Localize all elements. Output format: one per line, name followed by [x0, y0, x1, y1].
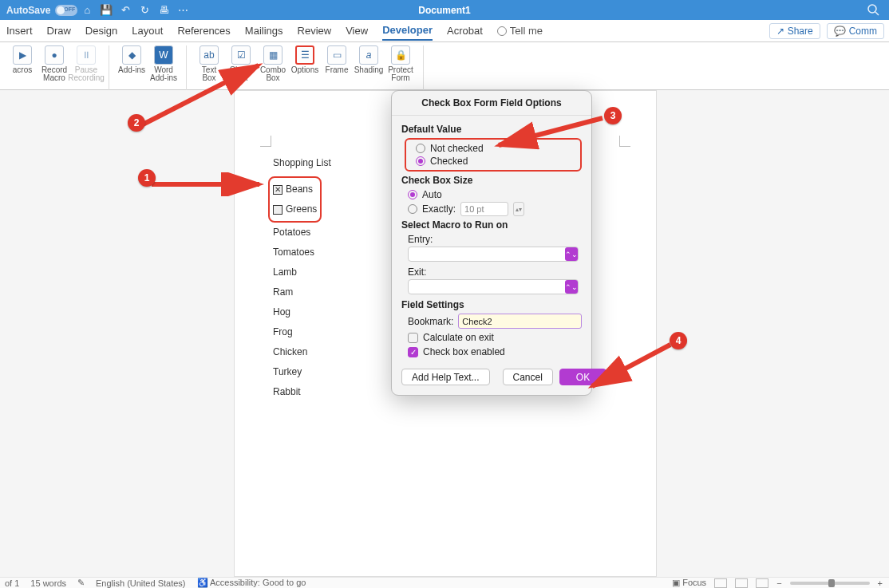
checkbox-icon[interactable]: [273, 205, 283, 215]
tab-draw[interactable]: Draw: [47, 22, 71, 40]
checkbox-enabled-checkbox[interactable]: ✓Check box enabled: [408, 346, 582, 357]
save-icon[interactable]: 💾: [100, 4, 113, 17]
exactly-label: Exactly:: [422, 203, 456, 215]
document-content[interactable]: Shopping List Beans Greens Potatoes Toma…: [273, 153, 331, 402]
cancel-button[interactable]: Cancel: [503, 369, 553, 385]
radio-icon: [408, 190, 417, 199]
record-macro-button[interactable]: ●Record Macro: [40, 45, 69, 90]
tab-insert[interactable]: Insert: [6, 22, 33, 40]
pause-recording-button: ⏸Pause Recording: [72, 45, 101, 90]
svg-line-4: [499, 118, 603, 145]
svg-line-3: [143, 65, 259, 124]
radio-icon: [408, 204, 417, 214]
svg-line-5: [592, 345, 670, 386]
checkbox-icon: [408, 333, 418, 343]
checkbox-icon: ✓: [408, 347, 418, 357]
size-pt-input[interactable]: 10 pt: [460, 202, 508, 216]
calc-on-exit-checkbox[interactable]: Calculate on exit: [408, 332, 582, 343]
tab-developer[interactable]: Developer: [382, 21, 433, 41]
autosave-label: AutoSave: [6, 5, 50, 16]
view-mode-icon[interactable]: [735, 578, 748, 588]
bookmark-label: Bookmark:: [408, 316, 453, 327]
radio-checked[interactable]: Checked: [416, 156, 577, 167]
word-count[interactable]: 15 words: [30, 578, 66, 588]
list-item[interactable]: Frog: [273, 322, 331, 342]
list-item[interactable]: Chicken: [273, 342, 331, 362]
list-item[interactable]: Rabbit: [273, 382, 331, 402]
undo-icon[interactable]: ↶: [119, 4, 132, 17]
document-title: Document1: [418, 5, 470, 16]
entry-combo[interactable]: ⌃⌄: [408, 247, 579, 262]
more-icon[interactable]: ⋯: [176, 4, 189, 17]
autosave-toggle[interactable]: AutoSave OFF: [6, 5, 77, 16]
arrow-icon: [489, 112, 609, 152]
frame-button[interactable]: ▭Frame: [322, 45, 351, 90]
checkbox-highlight: Beans Greens: [268, 176, 322, 223]
home-icon[interactable]: ⌂: [81, 4, 93, 17]
zoom-out[interactable]: −: [776, 578, 781, 588]
language-status[interactable]: English (United States): [96, 578, 186, 588]
zoom-in[interactable]: +: [878, 578, 883, 588]
share-button[interactable]: ↗Share: [769, 23, 820, 39]
radio-icon: [416, 144, 425, 153]
radio-size-auto[interactable]: Auto: [408, 189, 582, 200]
ribbon-tabs: Insert Draw Design Layout References Mai…: [0, 20, 889, 42]
list-item[interactable]: Beans: [273, 180, 317, 199]
tab-references[interactable]: References: [177, 22, 230, 40]
tab-view[interactable]: View: [346, 22, 368, 40]
list-item[interactable]: Greens: [273, 199, 317, 219]
size-label: Check Box Size: [401, 175, 582, 186]
arrow-icon: [139, 59, 275, 131]
svg-point-0: [868, 5, 876, 13]
protect-form-button[interactable]: 🔒Protect Form: [386, 45, 415, 90]
status-bar: of 1 15 words ✎ English (United States) …: [0, 577, 889, 588]
macros-button[interactable]: ▶acros: [8, 45, 37, 90]
view-mode-icon[interactable]: [756, 578, 768, 588]
svg-line-1: [875, 12, 879, 15]
search-icon[interactable]: [867, 3, 879, 16]
title-bar: AutoSave OFF ⌂ 💾 ↶ ↻ 🖶 ⋯ Document1: [0, 0, 889, 20]
list-item[interactable]: Potatoes: [273, 223, 331, 243]
margin-corner-icon: [260, 136, 271, 147]
tab-review[interactable]: Review: [298, 22, 332, 40]
exit-combo[interactable]: ⌃⌄: [408, 279, 579, 294]
print-icon[interactable]: 🖶: [157, 4, 170, 17]
checkbox-icon[interactable]: [273, 185, 283, 195]
ribbon: ▶acros ●Record Macro ⏸Pause Recording ◆A…: [0, 42, 889, 90]
arrow-icon: [148, 172, 267, 196]
accessibility-status[interactable]: ♿ Accessibility: Good to go: [197, 578, 306, 588]
list-item[interactable]: Turkey: [273, 362, 331, 382]
tell-me[interactable]: Tell me: [497, 25, 543, 37]
callout-1: 1: [138, 169, 156, 187]
radio-size-exactly[interactable]: Exactly: 10 pt ▴▾: [408, 202, 582, 216]
tab-mailings[interactable]: Mailings: [245, 22, 283, 40]
zoom-slider[interactable]: [790, 582, 870, 585]
arrow-icon: [583, 338, 678, 394]
stepper-icon[interactable]: ▴▾: [513, 202, 524, 216]
list-item[interactable]: Hog: [273, 302, 331, 322]
spellcheck-icon[interactable]: ✎: [77, 578, 85, 588]
options-button[interactable]: ☰Options: [290, 45, 319, 90]
tab-acrobat[interactable]: Acrobat: [447, 22, 483, 40]
field-settings-label: Field Settings: [401, 299, 582, 310]
comments-button[interactable]: 💬Comm: [827, 23, 884, 39]
redo-icon[interactable]: ↻: [138, 4, 151, 17]
focus-mode[interactable]: ▣ Focus: [672, 578, 706, 588]
tab-design[interactable]: Design: [85, 22, 117, 40]
page-status[interactable]: of 1: [5, 578, 19, 588]
radio-icon: [416, 156, 425, 166]
exit-label: Exit:: [408, 266, 582, 278]
view-mode-icon[interactable]: [714, 578, 727, 588]
tab-layout[interactable]: Layout: [132, 22, 163, 40]
list-item[interactable]: Ram: [273, 282, 331, 302]
add-help-text-button[interactable]: Add Help Text...: [401, 369, 490, 385]
toggle-icon: OFF: [55, 5, 77, 16]
callout-2: 2: [128, 114, 145, 132]
bulb-icon: [497, 26, 507, 36]
dropdown-icon: ⌃⌄: [565, 280, 578, 294]
entry-label: Entry:: [408, 234, 582, 245]
shading-button[interactable]: aShading: [354, 45, 383, 90]
list-item[interactable]: Lamb: [273, 262, 331, 282]
bookmark-input[interactable]: Check2: [458, 314, 582, 329]
list-item[interactable]: Tomatoes: [273, 243, 331, 262]
